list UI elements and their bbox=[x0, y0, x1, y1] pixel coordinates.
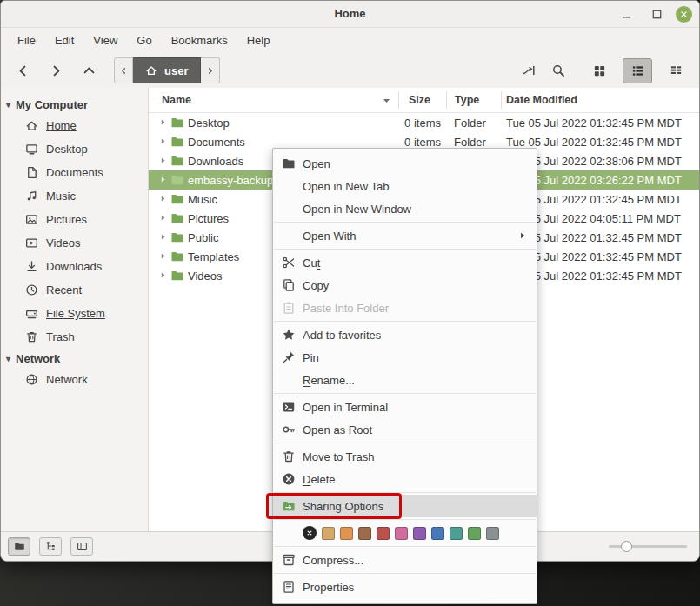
column-divider[interactable] bbox=[398, 91, 399, 109]
expander-icon[interactable] bbox=[158, 117, 168, 127]
folder-color-swatch-4[interactable] bbox=[377, 527, 390, 540]
folder-color-swatch-2[interactable] bbox=[340, 527, 353, 540]
menu-item-sharing-options[interactable]: Sharing Options bbox=[273, 495, 537, 517]
minimize-button[interactable] bbox=[615, 4, 637, 23]
up-button[interactable] bbox=[76, 57, 102, 83]
filesystem-icon bbox=[25, 307, 38, 320]
sidebar-section-my-computer[interactable]: ▾My Computer bbox=[1, 95, 148, 114]
search-icon bbox=[551, 63, 565, 77]
sidebar-section-network[interactable]: ▾Network bbox=[1, 349, 148, 368]
menu-item-cut[interactable]: Cut bbox=[273, 251, 537, 274]
menu-item-rename[interactable]: Rename... bbox=[273, 369, 537, 391]
zoom-slider[interactable] bbox=[609, 545, 687, 548]
menu-item-delete[interactable]: Delete bbox=[273, 468, 537, 490]
menu-item-open-in-terminal[interactable]: Open in Terminal bbox=[273, 396, 537, 418]
sidebar-item-desktop[interactable]: Desktop bbox=[1, 137, 148, 161]
back-button[interactable] bbox=[10, 57, 36, 83]
column-size[interactable]: Size bbox=[409, 94, 430, 106]
menubar-item-edit[interactable]: Edit bbox=[45, 30, 83, 50]
column-name[interactable]: Name bbox=[162, 94, 191, 106]
compact-view-button[interactable] bbox=[661, 58, 690, 83]
list-view-button[interactable] bbox=[623, 58, 652, 83]
menu-item-open-as-root[interactable]: Open as Root bbox=[273, 418, 537, 441]
folder-color-swatch-3[interactable] bbox=[358, 527, 371, 540]
folder-color-swatch-5[interactable] bbox=[395, 527, 408, 540]
chevron-right-icon bbox=[204, 65, 216, 77]
column-header: Name Size Type Date Modified bbox=[149, 88, 699, 113]
show-places-button[interactable] bbox=[8, 537, 30, 556]
expander-icon[interactable] bbox=[158, 156, 168, 165]
column-type[interactable]: Type bbox=[455, 94, 479, 106]
menubar-item-go[interactable]: Go bbox=[127, 30, 161, 50]
menubar-item-help[interactable]: Help bbox=[237, 30, 280, 50]
folder-color-swatch-9[interactable] bbox=[468, 527, 481, 540]
sidebar-item-music[interactable]: Music bbox=[1, 184, 148, 208]
icon-view-button[interactable] bbox=[584, 58, 614, 83]
file-size: 0 items bbox=[399, 117, 441, 130]
search-button[interactable] bbox=[548, 60, 569, 81]
sidebar-item-pictures[interactable]: Pictures bbox=[1, 208, 148, 231]
column-date-modified[interactable]: Date Modified bbox=[506, 94, 577, 106]
show-treeview-button[interactable] bbox=[39, 537, 62, 556]
menu-item-paste-into-folder[interactable]: Paste Into Folder bbox=[273, 296, 537, 319]
sidebar-item-trash[interactable]: Trash bbox=[1, 325, 148, 349]
expander-icon[interactable] bbox=[158, 232, 168, 242]
sidebar-item-recent[interactable]: Recent bbox=[1, 278, 148, 302]
zoom-slider-handle[interactable] bbox=[621, 541, 632, 552]
folder-color-swatch-8[interactable] bbox=[450, 527, 463, 540]
folder-icon bbox=[170, 192, 184, 206]
toggle-sidebar-button[interactable] bbox=[70, 537, 93, 556]
menubar-item-bookmarks[interactable]: Bookmarks bbox=[162, 30, 237, 50]
column-divider[interactable] bbox=[446, 91, 447, 109]
expander-icon[interactable] bbox=[158, 251, 168, 261]
menu-item-open[interactable]: Open bbox=[273, 152, 537, 175]
sidebar-item-file-system[interactable]: File System bbox=[1, 302, 148, 325]
cross-icon bbox=[305, 529, 314, 537]
reset-folder-color-button[interactable] bbox=[303, 526, 317, 540]
path-button-user[interactable]: user bbox=[133, 57, 201, 83]
title-bar[interactable]: Home bbox=[1, 1, 699, 28]
submenu-arrow-icon bbox=[517, 230, 528, 241]
menu-item-pin[interactable]: Pin bbox=[273, 346, 537, 369]
expander-icon[interactable] bbox=[158, 194, 168, 203]
toggle-location-entry-button[interactable] bbox=[518, 60, 539, 81]
folder-color-swatch-7[interactable] bbox=[431, 527, 444, 540]
folder-color-swatch-6[interactable] bbox=[413, 527, 426, 540]
menu-item-open-in-new-tab[interactable]: Open in New Tab bbox=[273, 175, 537, 197]
expander-icon[interactable] bbox=[158, 270, 168, 280]
sidebar-item-home[interactable]: Home bbox=[1, 114, 148, 137]
maximize-button[interactable] bbox=[645, 4, 668, 23]
path-previous-button[interactable] bbox=[114, 57, 133, 83]
expander-icon[interactable] bbox=[158, 137, 168, 146]
menu-separator bbox=[274, 222, 536, 223]
menu-item-compress[interactable]: Compress... bbox=[273, 549, 537, 571]
folder-color-swatch-10[interactable] bbox=[486, 527, 499, 540]
menubar-item-file[interactable]: File bbox=[8, 30, 45, 50]
file-name: Videos bbox=[188, 270, 223, 283]
expander-icon[interactable] bbox=[158, 175, 168, 184]
folder-color-swatch-1[interactable] bbox=[322, 527, 335, 540]
column-divider[interactable] bbox=[501, 91, 502, 109]
menu-item-open-in-new-window[interactable]: Open in New Window bbox=[273, 197, 537, 220]
menu-separator bbox=[274, 492, 536, 493]
path-next-button[interactable] bbox=[201, 57, 220, 83]
file-name: Public bbox=[188, 231, 218, 244]
menu-item-properties[interactable]: Properties bbox=[273, 576, 537, 598]
menu-item-move-to-trash[interactable]: Move to Trash bbox=[273, 445, 537, 468]
expander-icon[interactable] bbox=[158, 213, 168, 223]
file-name: Music bbox=[188, 193, 217, 206]
sidebar-item-network[interactable]: Network bbox=[1, 368, 148, 391]
trash-icon bbox=[282, 450, 296, 463]
sidebar-item-documents[interactable]: Documents bbox=[1, 161, 148, 184]
close-button[interactable] bbox=[676, 6, 692, 23]
sidebar-item-downloads[interactable]: Downloads bbox=[1, 255, 148, 278]
menu-item-open-with[interactable]: Open With bbox=[273, 224, 537, 247]
sidebar-item-videos[interactable]: Videos bbox=[1, 231, 148, 255]
menu-item-copy[interactable]: Copy bbox=[273, 274, 537, 296]
menubar-item-view[interactable]: View bbox=[83, 30, 127, 50]
forward-button[interactable] bbox=[43, 57, 69, 83]
file-row-desktop[interactable]: Desktop0 itemsFolderTue 05 Jul 2022 01:3… bbox=[149, 113, 699, 132]
menu-item-add-to-favorites[interactable]: Add to favorites bbox=[273, 323, 537, 346]
pin-icon bbox=[282, 350, 296, 364]
file-date: Tue 05 Jul 2022 01:32:45 PM MDT bbox=[506, 136, 682, 149]
